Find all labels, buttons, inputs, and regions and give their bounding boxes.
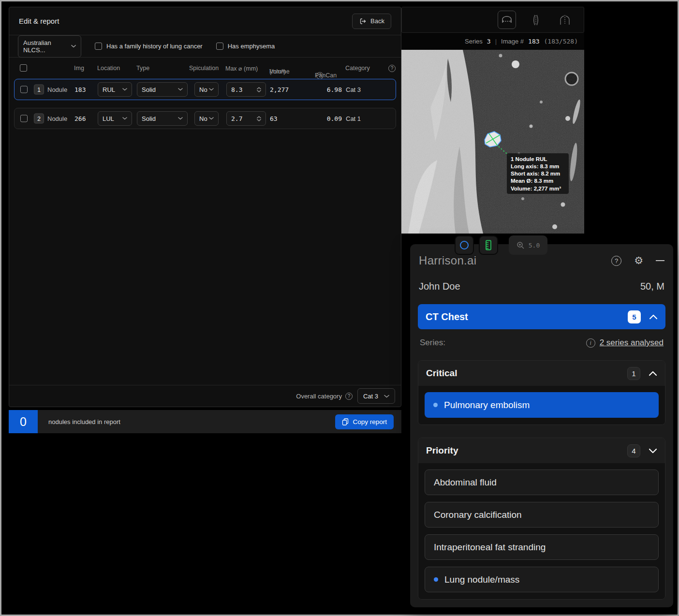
- ct-chest-study-header[interactable]: CT Chest 5: [418, 304, 665, 329]
- img-number: 183: [74, 86, 86, 93]
- family-history-checkbox[interactable]: Has a family history of lung cancer: [95, 43, 203, 50]
- col-location: Location: [97, 65, 120, 72]
- finding-coronary-calcification[interactable]: Coronary calcification: [425, 502, 659, 528]
- finding-dot-icon: [434, 577, 438, 582]
- ct-slice-image: 1 Nodule RUL Long axis: 8.3 mm Short axi…: [401, 50, 584, 234]
- nodule-tooltip: 1 Nodule RUL Long axis: 8.3 mm Short axi…: [507, 153, 569, 194]
- harrison-panel: Harrison.ai ? ⚙ John Doe 50, M CT Chest …: [410, 244, 673, 607]
- finding-intraperitoneal-fat-stranding[interactable]: Intraperitoneal fat stranding: [425, 534, 659, 560]
- nodule-row-2[interactable]: 2 Nodule 266 LUL Solid No 2.7: [14, 108, 396, 129]
- type-dropdown[interactable]: Solid: [137, 111, 188, 126]
- edit-report-panel: Edit & report Back Australian NLCS... Ha…: [9, 7, 401, 407]
- info-icon[interactable]: i: [586, 338, 595, 348]
- copy-report-button[interactable]: Copy report: [335, 414, 394, 429]
- tooltip-mean-diameter: Mean Ø: 8.3 mm: [511, 178, 553, 184]
- emphysema-checkbox[interactable]: Has emphysema: [216, 43, 275, 50]
- overall-category-dropdown[interactable]: Cat 3: [357, 388, 395, 404]
- ellipse-roi-tool-button[interactable]: [455, 235, 474, 255]
- chevron-down-icon: [122, 88, 127, 91]
- row-checkbox[interactable]: [20, 115, 28, 122]
- included-count-label: nodules included in report: [48, 418, 335, 425]
- image-number-value: 183: [528, 38, 539, 45]
- series-label: Series: [465, 38, 483, 45]
- image-total: (183/528): [544, 38, 578, 45]
- finding-label: Lung nodule/mass: [444, 574, 519, 585]
- critical-findings-list: Pulmonary embolism: [418, 386, 665, 425]
- priority-title: Priority: [426, 445, 458, 456]
- axial-view-button[interactable]: [498, 11, 516, 29]
- stepper-arrows-icon[interactable]: [257, 87, 261, 92]
- nodule-index-badge: 1: [34, 85, 44, 95]
- chevron-down-icon: [122, 117, 127, 120]
- finding-label: Coronary calcification: [434, 510, 522, 520]
- tooltip-short-axis: Short axis: 8.2 mm: [511, 171, 560, 176]
- nodule-table-header: Img Location Type Spiculation Max ⌀ (mm)…: [9, 58, 401, 79]
- study-label: CT Chest: [426, 311, 468, 323]
- pancan-value: 6.98: [314, 86, 342, 93]
- series-row-label: Series:: [420, 338, 445, 348]
- stepper-arrows-icon[interactable]: [257, 116, 261, 121]
- chevron-down-icon: [384, 395, 389, 398]
- finding-label: Pulmonary embolism: [444, 400, 530, 411]
- nodule-label: Nodule: [47, 86, 67, 93]
- overall-category-label: Overall category ?: [296, 393, 353, 400]
- spiculation-dropdown[interactable]: No: [194, 82, 219, 97]
- location-dropdown[interactable]: LUL: [98, 111, 132, 126]
- spiculation-dropdown[interactable]: No: [194, 111, 219, 126]
- help-icon[interactable]: ?: [611, 256, 621, 266]
- col-category: Category: [345, 65, 370, 72]
- category-value: Cat 1: [346, 115, 361, 122]
- finding-pulmonary-embolism[interactable]: Pulmonary embolism: [425, 392, 659, 418]
- table-help-icon[interactable]: ?: [388, 65, 396, 72]
- study-findings-count-badge: 5: [628, 310, 641, 323]
- page-title: Edit & report: [19, 17, 59, 25]
- patient-name: John Doe: [419, 281, 460, 292]
- col-pancan: PanCan ?: [315, 65, 316, 72]
- sagittal-view-button[interactable]: [527, 11, 545, 29]
- critical-section-header[interactable]: Critical 1: [418, 361, 665, 386]
- series-value: 3: [487, 38, 491, 45]
- edit-report-header: Edit & report Back: [9, 7, 401, 35]
- minimize-icon[interactable]: [656, 260, 664, 261]
- chevron-up-icon: [649, 371, 657, 376]
- priority-count-badge: 4: [627, 444, 640, 457]
- patient-row: John Doe 50, M: [418, 279, 665, 293]
- circle-tool-icon: [459, 240, 470, 250]
- priority-section-header[interactable]: Priority 4: [418, 438, 665, 463]
- ct-image-viewport[interactable]: 1 Nodule RUL Long axis: 8.3 mm Short axi…: [401, 50, 584, 234]
- zoom-level-indicator[interactable]: 5.0: [509, 235, 547, 255]
- select-all-checkbox[interactable]: [20, 64, 27, 72]
- row-checkbox[interactable]: [20, 86, 28, 93]
- critical-title: Critical: [426, 368, 457, 379]
- nodule-row-1[interactable]: 1 Nodule 183 RUL Solid No 8.3: [14, 79, 396, 100]
- finding-lung-nodule-mass[interactable]: Lung nodule/mass: [425, 567, 659, 592]
- coronal-view-button[interactable]: [556, 11, 574, 29]
- back-label: Back: [370, 17, 384, 25]
- nodule-label: Nodule: [47, 115, 67, 122]
- ruler-tool-button[interactable]: [479, 235, 498, 255]
- ruler-icon: [485, 240, 492, 250]
- gear-icon[interactable]: ⚙: [634, 255, 643, 266]
- overall-category-help-icon[interactable]: ?: [345, 393, 353, 400]
- col-type: Type: [136, 65, 149, 72]
- finding-abdominal-fluid[interactable]: Abdominal fluid: [425, 469, 659, 495]
- nodule-index-badge: 2: [34, 114, 44, 124]
- patient-age-sex: 50, M: [640, 281, 664, 292]
- critical-count-badge: 1: [627, 367, 640, 380]
- back-button[interactable]: Back: [352, 14, 391, 29]
- col-max-diameter: Max ⌀ (mm): [225, 65, 258, 72]
- series-analysed-link[interactable]: 2 series analysed: [600, 338, 664, 348]
- divider: |: [495, 38, 497, 45]
- priority-findings-list: Abdominal fluid Coronary calcification I…: [418, 463, 665, 599]
- max-diameter-stepper[interactable]: 8.3: [226, 82, 266, 97]
- col-spiculation: Spiculation: [189, 65, 219, 72]
- priority-section: Priority 4 Abdominal fluid Coronary calc…: [418, 438, 665, 600]
- max-diameter-stepper[interactable]: 2.7: [226, 111, 266, 126]
- img-number: 266: [74, 115, 86, 122]
- type-dropdown[interactable]: Solid: [137, 82, 188, 97]
- checkbox-icon: [216, 43, 223, 50]
- protocol-dropdown[interactable]: Australian NLCS...: [18, 35, 81, 58]
- volume-value: 2,277: [270, 86, 289, 93]
- location-dropdown[interactable]: RUL: [98, 82, 132, 97]
- chevron-down-icon: [209, 117, 214, 120]
